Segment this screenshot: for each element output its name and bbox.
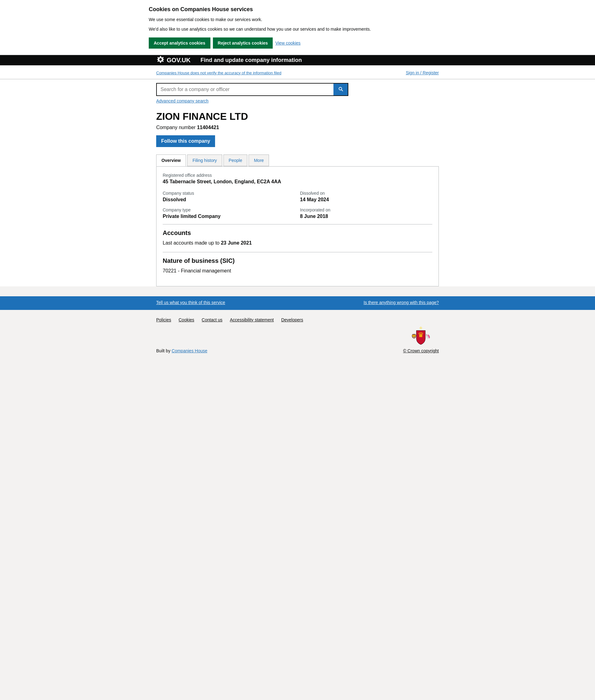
search-form	[156, 83, 348, 96]
tell-us-link[interactable]: Tell us what you think of this service	[156, 300, 225, 305]
footer-link-developers[interactable]: Developers	[281, 317, 303, 322]
incorporated-on-label: Incorporated on	[300, 207, 432, 212]
wrong-page-link[interactable]: Is there anything wrong with this page?	[364, 300, 439, 305]
sic-value: 70221 - Financial management	[163, 268, 432, 274]
tab-filing-history[interactable]: Filing history	[187, 154, 222, 166]
company-type-value: Private limited Company	[163, 214, 295, 219]
advanced-search-link[interactable]: Advanced company search	[156, 98, 439, 103]
crown-icon	[156, 55, 165, 65]
svg-text:♔: ♔	[419, 326, 422, 330]
coat-of-arms-icon: ♛ ♔ 🦁 🦄	[411, 326, 431, 346]
footer-link-contact[interactable]: Contact us	[202, 317, 223, 322]
reject-cookies-button[interactable]: Reject analytics cookies	[213, 37, 273, 49]
cookie-banner-body1: We use some essential cookies to make ou…	[149, 17, 446, 23]
tab-people[interactable]: People	[223, 154, 248, 166]
footer-link-accessibility[interactable]: Accessibility statement	[230, 317, 274, 322]
dissolved-on-value: 14 May 2024	[300, 197, 432, 203]
company-status-label: Company status	[163, 191, 295, 196]
company-number-label: Company number	[156, 125, 196, 130]
accounts-heading: Accounts	[163, 230, 432, 237]
crown-copyright-section: ♛ ♔ 🦁 🦄 © Crown copyright	[403, 326, 439, 353]
incorporated-on-value: 8 June 2018	[300, 214, 432, 219]
tab-overview[interactable]: Overview	[156, 154, 186, 166]
built-by: Built by Companies House	[156, 348, 207, 353]
footer-link-cookies[interactable]: Cookies	[178, 317, 194, 322]
site-header: GOV.UK Find and update company informati…	[149, 55, 446, 65]
company-number: Company number 11404421	[156, 125, 439, 130]
registered-office-value: 45 Tabernacle Street, London, England, E…	[163, 179, 432, 184]
follow-company-button[interactable]: Follow this company	[156, 135, 215, 147]
search-input[interactable]	[156, 83, 334, 96]
tab-more[interactable]: More	[249, 154, 269, 166]
accounts-prefix: Last accounts made up to	[163, 240, 219, 245]
sign-in-link[interactable]: Sign in / Register	[406, 68, 439, 77]
company-status-value: Dissolved	[163, 197, 295, 203]
crown-copyright-link[interactable]: © Crown copyright	[403, 348, 439, 353]
cookie-banner-body2: We'd also like to use analytics cookies …	[149, 26, 446, 32]
accuracy-notice-link[interactable]: Companies House does not verify the accu…	[156, 70, 281, 75]
footer-links: Policies Cookies Contact us Accessibilit…	[156, 317, 439, 322]
registered-office-label: Registered office address	[163, 173, 432, 178]
built-by-link[interactable]: Companies House	[172, 348, 207, 353]
search-button[interactable]	[334, 83, 348, 96]
company-name: ZION FINANCE LTD	[156, 106, 439, 125]
dissolved-on-label: Dissolved on	[300, 191, 432, 196]
footer-link-policies[interactable]: Policies	[156, 317, 171, 322]
company-type-label: Company type	[163, 207, 295, 212]
svg-text:🦁: 🦁	[411, 333, 417, 339]
accounts-text: Last accounts made up to 23 June 2021	[163, 240, 432, 246]
accounts-date: 23 June 2021	[221, 240, 252, 245]
accept-cookies-button[interactable]: Accept analytics cookies	[149, 37, 210, 49]
cookie-banner: Cookies on Companies House services We u…	[0, 0, 595, 55]
cookie-banner-title: Cookies on Companies House services	[149, 6, 446, 13]
gov-uk-label: GOV.UK	[167, 57, 191, 64]
svg-text:🦄: 🦄	[425, 333, 431, 339]
svg-point-0	[159, 58, 162, 61]
site-title: Find and update company information	[200, 57, 302, 63]
company-number-value: 11404421	[197, 125, 219, 130]
view-cookies-link[interactable]: View cookies	[275, 40, 300, 45]
overview-panel: Registered office address 45 Tabernacle …	[156, 166, 439, 286]
built-by-prefix: Built by	[156, 348, 170, 353]
gov-uk-logo[interactable]: GOV.UK	[156, 55, 191, 65]
sic-heading: Nature of business (SIC)	[163, 257, 432, 265]
svg-text:♛: ♛	[418, 331, 424, 339]
company-tabs: Overview Filing history People More	[156, 154, 439, 166]
